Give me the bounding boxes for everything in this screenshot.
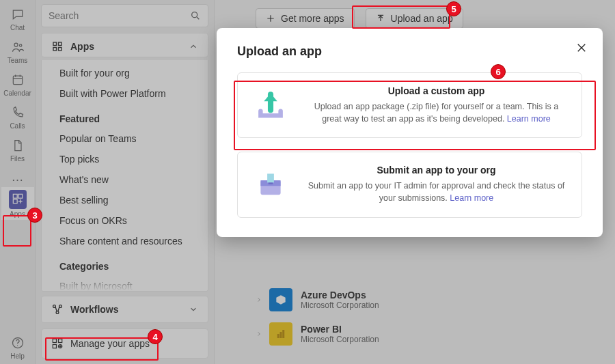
learn-more-link[interactable]: Learn more: [507, 114, 551, 124]
upload-illustration: [251, 85, 290, 124]
submit-illustration: [251, 165, 290, 203]
svg-rect-25: [267, 174, 274, 183]
annotation-callout-3: 3: [27, 208, 42, 223]
annotation-callout-6: 6: [491, 64, 506, 79]
card-title: Upload a custom app: [305, 85, 568, 96]
dialog-title: Upload an app: [237, 44, 582, 59]
upload-custom-app-card[interactable]: Upload a custom app Upload an app packag…: [237, 72, 582, 138]
learn-more-link[interactable]: Learn more: [450, 193, 493, 203]
card-title: Submit an app to your org: [305, 165, 568, 176]
annotation-callout-4: 4: [148, 329, 163, 344]
close-icon: [575, 42, 588, 54]
annotation-callout-5: 5: [446, 1, 461, 16]
submit-app-org-card[interactable]: Submit an app to your org Submit an app …: [237, 152, 582, 217]
dialog-close-button[interactable]: [575, 42, 588, 57]
card-description: Submit an app to your IT admin for appro…: [305, 180, 568, 204]
svg-rect-26: [269, 183, 273, 184]
card-description: Upload an app package (.zip file) for yo…: [305, 100, 568, 125]
upload-app-dialog: Upload an app Upload a custom app Upload…: [217, 28, 603, 237]
